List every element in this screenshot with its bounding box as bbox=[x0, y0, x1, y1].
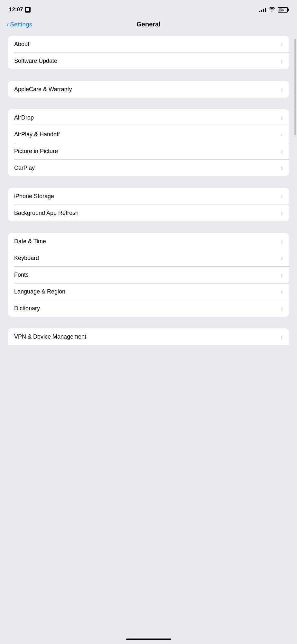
menu-item-language-region[interactable]: Language & Region › bbox=[8, 283, 289, 300]
chevron-right-icon: › bbox=[281, 114, 283, 121]
wifi-icon bbox=[269, 6, 275, 13]
menu-item-label: AppleCare & Warranty bbox=[14, 86, 72, 93]
section-group-4: iPhone Storage › Background App Refresh … bbox=[8, 188, 289, 221]
menu-item-label: Language & Region bbox=[14, 288, 65, 295]
menu-item-date-time[interactable]: Date & Time › bbox=[8, 233, 289, 250]
status-right: 37 bbox=[259, 6, 288, 13]
menu-item-picture-in-picture[interactable]: Picture in Picture › bbox=[8, 143, 289, 159]
menu-item-label: Background App Refresh bbox=[14, 210, 79, 216]
menu-item-label: Dictionary bbox=[14, 305, 40, 312]
back-chevron-icon: ‹ bbox=[6, 21, 9, 28]
status-time: 12:07 bbox=[9, 6, 31, 13]
menu-item-applecare[interactable]: AppleCare & Warranty › bbox=[8, 81, 289, 98]
menu-item-fonts[interactable]: Fonts › bbox=[8, 266, 289, 283]
screen-record-icon bbox=[25, 7, 31, 13]
menu-item-label: Date & Time bbox=[14, 238, 46, 245]
section-group-1: About › Software Update › bbox=[8, 36, 289, 69]
back-label: Settings bbox=[10, 21, 32, 28]
menu-item-label: Keyboard bbox=[14, 255, 39, 262]
signal-bars-icon bbox=[259, 7, 266, 12]
back-button[interactable]: ‹ Settings bbox=[6, 21, 32, 28]
chevron-right-icon: › bbox=[281, 165, 283, 171]
section-group-3: AirDrop › AirPlay & Handoff › Picture in… bbox=[8, 109, 289, 176]
page-title: General bbox=[136, 21, 160, 28]
menu-item-label: AirDrop bbox=[14, 114, 34, 121]
menu-item-dictionary[interactable]: Dictionary › bbox=[8, 300, 289, 317]
settings-content: About › Software Update › AppleCare & Wa… bbox=[0, 33, 297, 348]
chevron-right-icon: › bbox=[281, 41, 283, 47]
chevron-right-icon: › bbox=[281, 333, 283, 340]
menu-item-label: Fonts bbox=[14, 272, 29, 278]
chevron-right-icon: › bbox=[281, 272, 283, 278]
menu-item-vpn-device-management[interactable]: VPN & Device Management › bbox=[8, 328, 289, 345]
menu-item-label: iPhone Storage bbox=[14, 193, 54, 200]
status-bar: 12:07 37 bbox=[0, 0, 297, 17]
chevron-right-icon: › bbox=[281, 86, 283, 92]
menu-item-label: AirPlay & Handoff bbox=[14, 131, 60, 138]
chevron-right-icon: › bbox=[281, 238, 283, 245]
nav-bar: ‹ Settings General bbox=[0, 17, 297, 33]
section-group-6: VPN & Device Management › bbox=[8, 328, 289, 345]
menu-item-iphone-storage[interactable]: iPhone Storage › bbox=[8, 188, 289, 205]
chevron-right-icon: › bbox=[281, 305, 283, 312]
chevron-right-icon: › bbox=[281, 131, 283, 138]
chevron-right-icon: › bbox=[281, 288, 283, 295]
menu-item-airdrop[interactable]: AirDrop › bbox=[8, 109, 289, 126]
chevron-right-icon: › bbox=[281, 210, 283, 216]
menu-item-software-update[interactable]: Software Update › bbox=[8, 53, 289, 69]
menu-item-label: Software Update bbox=[14, 58, 57, 64]
menu-item-about[interactable]: About › bbox=[8, 36, 289, 53]
chevron-right-icon: › bbox=[281, 148, 283, 154]
menu-item-keyboard[interactable]: Keyboard › bbox=[8, 250, 289, 266]
menu-item-label: Picture in Picture bbox=[14, 148, 58, 155]
menu-item-label: CarPlay bbox=[14, 165, 35, 171]
home-indicator bbox=[126, 639, 171, 640]
section-group-2: AppleCare & Warranty › bbox=[8, 81, 289, 98]
chevron-right-icon: › bbox=[281, 58, 283, 64]
scrollbar[interactable] bbox=[294, 39, 296, 135]
menu-item-background-app-refresh[interactable]: Background App Refresh › bbox=[8, 205, 289, 221]
menu-item-airplay-handoff[interactable]: AirPlay & Handoff › bbox=[8, 126, 289, 143]
battery-icon: 37 bbox=[278, 7, 288, 13]
chevron-right-icon: › bbox=[281, 255, 283, 261]
menu-item-label: VPN & Device Management bbox=[14, 333, 86, 340]
menu-item-carplay[interactable]: CarPlay › bbox=[8, 159, 289, 176]
menu-item-label: About bbox=[14, 41, 29, 48]
section-group-5: Date & Time › Keyboard › Fonts › Languag… bbox=[8, 233, 289, 317]
chevron-right-icon: › bbox=[281, 193, 283, 199]
